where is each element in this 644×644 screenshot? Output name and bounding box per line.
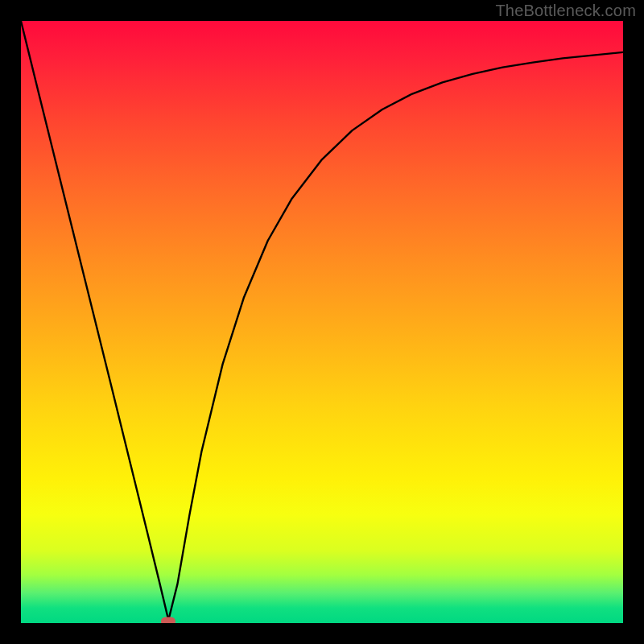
bottleneck-curve xyxy=(21,21,623,623)
minimum-marker xyxy=(161,617,175,623)
plot-area xyxy=(21,21,623,623)
watermark-text: TheBottleneck.com xyxy=(495,2,636,20)
chart-frame: TheBottleneck.com xyxy=(0,0,644,644)
